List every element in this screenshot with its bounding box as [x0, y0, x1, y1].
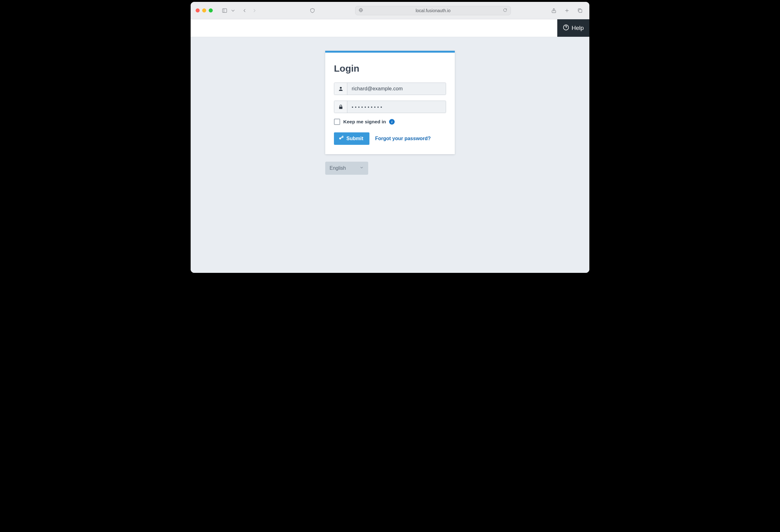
- minimize-window-button[interactable]: [202, 8, 206, 12]
- chevron-down-icon: [359, 165, 364, 171]
- svg-rect-12: [339, 106, 342, 109]
- lock-icon: [334, 101, 347, 113]
- svg-rect-0: [223, 9, 227, 12]
- svg-point-11: [340, 87, 342, 89]
- back-button[interactable]: [240, 6, 249, 15]
- help-icon: [563, 24, 569, 32]
- new-tab-button[interactable]: [563, 6, 571, 15]
- password-field-wrapper: [334, 101, 446, 113]
- submit-button[interactable]: Submit: [334, 132, 370, 145]
- email-field-wrapper: [334, 83, 446, 95]
- close-window-button[interactable]: [196, 8, 200, 12]
- maximize-window-button[interactable]: [209, 8, 213, 12]
- password-input[interactable]: [347, 101, 446, 113]
- reload-icon[interactable]: [503, 8, 507, 13]
- browser-window: local.fusionauth.io Help: [191, 2, 589, 273]
- sidebar-toggle-button[interactable]: [220, 6, 229, 15]
- page-content: Login Keep me signed in i: [191, 37, 589, 273]
- share-button[interactable]: [549, 6, 558, 15]
- login-actions: Submit Forgot your password?: [334, 132, 446, 145]
- user-icon: [334, 83, 347, 95]
- tab-group-menu-button[interactable]: [230, 6, 236, 15]
- language-select[interactable]: English: [325, 162, 368, 175]
- address-bar[interactable]: local.fusionauth.io: [355, 6, 511, 15]
- svg-point-13: [339, 138, 341, 140]
- svg-rect-8: [579, 9, 582, 12]
- login-title: Login: [334, 63, 446, 74]
- keep-signed-in-label: Keep me signed in: [343, 119, 386, 125]
- address-bar-url: local.fusionauth.io: [366, 8, 500, 13]
- help-label: Help: [572, 25, 584, 32]
- browser-toolbar: local.fusionauth.io: [191, 2, 589, 19]
- tab-overview-button[interactable]: [576, 6, 584, 15]
- info-icon[interactable]: i: [389, 119, 395, 125]
- window-controls: [196, 8, 213, 12]
- keep-signed-in-row[interactable]: Keep me signed in i: [334, 119, 446, 125]
- key-icon: [338, 135, 344, 142]
- keep-signed-in-checkbox[interactable]: [334, 119, 340, 125]
- language-selected-label: English: [330, 165, 346, 171]
- app-header: Help: [191, 19, 589, 37]
- help-button[interactable]: Help: [557, 19, 589, 37]
- privacy-shield-icon[interactable]: [308, 6, 317, 15]
- submit-label: Submit: [346, 136, 363, 141]
- login-card: Login Keep me signed in i: [325, 51, 455, 154]
- forward-button[interactable]: [250, 6, 259, 15]
- forgot-password-link[interactable]: Forgot your password?: [375, 136, 431, 141]
- site-settings-icon[interactable]: [358, 8, 363, 13]
- email-input[interactable]: [347, 83, 446, 95]
